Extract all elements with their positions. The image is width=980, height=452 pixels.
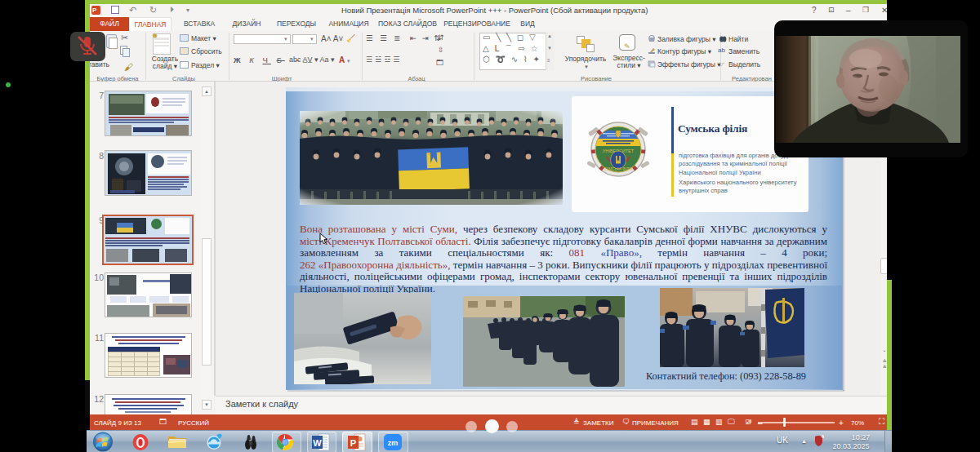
svg-text:P: P — [350, 438, 356, 448]
svg-text:zm: zm — [388, 439, 399, 447]
svg-text:СУМСЬКА ФІЛІЯ: СУМСЬКА ФІЛІЯ — [604, 167, 633, 171]
svg-text:W: W — [313, 438, 322, 448]
